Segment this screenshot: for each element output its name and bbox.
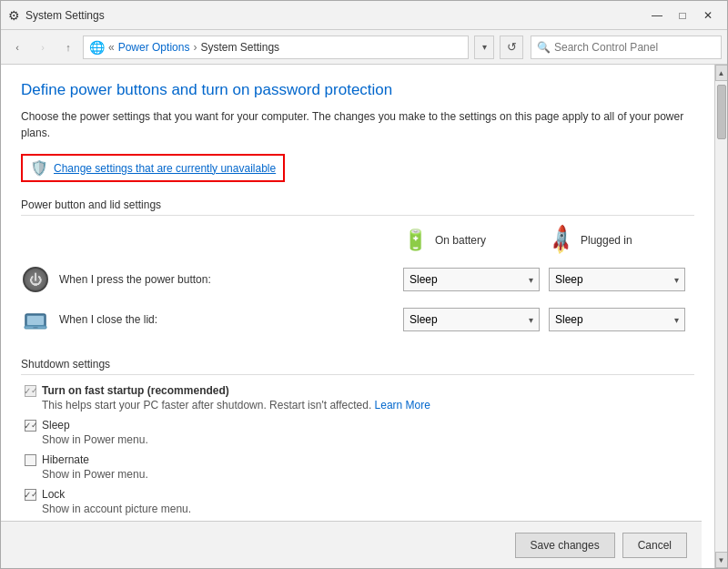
- power-plugged-dropdown-cell: Sleep ▾: [549, 268, 694, 291]
- address-bar: ‹ › ↑ 🌐 « Power Options › System Setting…: [1, 30, 727, 65]
- path-link-power-options[interactable]: Power Options: [118, 41, 190, 54]
- lid-battery-dropdown-cell: Sleep ▾: [403, 308, 549, 331]
- hibernate-label: Hibernate: [42, 453, 89, 466]
- lock-label: Lock: [42, 488, 65, 501]
- lid-battery-value: Sleep: [410, 313, 438, 326]
- svg-point-3: [33, 327, 38, 329]
- content-area: Define power buttons and turn on passwor…: [1, 65, 727, 568]
- lid-plugged-arrow-icon: ▾: [674, 315, 679, 325]
- power-battery-dropdown[interactable]: Sleep ▾: [403, 268, 540, 291]
- fast-startup-item: ✓ Turn on fast startup (recommended) Thi…: [21, 384, 694, 412]
- lid-label: When I close the lid:: [59, 313, 403, 326]
- window-icon: ⚙: [8, 8, 20, 23]
- title-bar: ⚙ System Settings — □ ✕: [1, 1, 727, 30]
- hibernate-item: Hibernate Show in Power menu.: [21, 453, 694, 481]
- sleep-item: ✓ Sleep Show in Power menu.: [21, 419, 694, 446]
- power-button-section-header: Power button and lid settings: [21, 198, 694, 216]
- close-button[interactable]: ✕: [696, 6, 720, 25]
- back-button[interactable]: ‹: [6, 36, 28, 58]
- sleep-checkbox[interactable]: ✓: [25, 420, 36, 432]
- page-title: Define power buttons and turn on passwor…: [21, 81, 694, 99]
- lid-battery-dropdown[interactable]: Sleep ▾: [403, 308, 540, 331]
- maximize-button[interactable]: □: [671, 6, 694, 25]
- battery-icon: 🔋: [403, 229, 428, 252]
- hibernate-sublabel: Show in Power menu.: [25, 468, 694, 481]
- lid-icon-wrap: [21, 305, 50, 334]
- power-battery-value: Sleep: [410, 273, 438, 286]
- refresh-button[interactable]: ↺: [500, 36, 523, 59]
- dropdown-arrow-plugged-icon: ▾: [674, 275, 679, 285]
- path-separator: ›: [193, 41, 197, 54]
- lock-row: ✓ Lock: [25, 488, 694, 501]
- title-bar-left: ⚙ System Settings: [8, 8, 105, 23]
- battery-label: On battery: [435, 234, 486, 247]
- address-dropdown-button[interactable]: ▾: [474, 36, 494, 59]
- search-icon: 🔍: [537, 41, 551, 54]
- fast-startup-sublabel: This helps start your PC faster after sh…: [25, 399, 694, 412]
- power-table: 🔋 On battery 🚀 Plugged in ⏻ When I press…: [21, 225, 694, 340]
- power-plugged-dropdown[interactable]: Sleep ▾: [549, 268, 685, 291]
- change-settings-link[interactable]: Change settings that are currently unava…: [54, 162, 276, 175]
- lock-item: ✓ Lock Show in account picture menu.: [21, 488, 694, 515]
- header-plugged: 🚀 Plugged in: [549, 229, 694, 252]
- lock-checkbox[interactable]: ✓: [25, 489, 36, 501]
- path-icon: 🌐: [89, 40, 105, 55]
- main-panel: Define power buttons and turn on passwor…: [1, 65, 714, 568]
- search-box: 🔍: [531, 36, 722, 59]
- change-settings-box: 🛡️ Change settings that are currently un…: [21, 154, 285, 182]
- fast-startup-row: ✓ Turn on fast startup (recommended): [25, 384, 694, 397]
- scroll-down-button[interactable]: ▼: [715, 552, 728, 568]
- lid-plugged-value: Sleep: [555, 313, 583, 326]
- address-path: 🌐 « Power Options › System Settings: [83, 36, 469, 59]
- cancel-button[interactable]: Cancel: [622, 533, 687, 558]
- scrollbar: ▲ ▼: [714, 65, 727, 568]
- fast-startup-checkbox[interactable]: ✓: [25, 385, 36, 397]
- lid-svg-icon: [23, 307, 48, 332]
- sleep-label: Sleep: [42, 419, 70, 432]
- sleep-sublabel: Show in Power menu.: [25, 433, 694, 446]
- sleep-row: ✓ Sleep: [25, 419, 694, 432]
- window-title: System Settings: [25, 9, 105, 22]
- rocket-icon: 🚀: [544, 223, 578, 257]
- lid-battery-arrow-icon: ▾: [529, 315, 533, 325]
- breadcrumb-sep: «: [108, 41, 115, 54]
- fast-startup-label: Turn on fast startup (recommended): [42, 384, 229, 397]
- forward-button[interactable]: ›: [32, 36, 54, 58]
- scroll-up-button[interactable]: ▲: [715, 65, 728, 81]
- minimize-button[interactable]: —: [645, 6, 669, 25]
- power-button-row: ⏻ When I press the power button: Sleep ▾…: [21, 259, 694, 300]
- scroll-thumb[interactable]: [717, 85, 726, 139]
- power-button-icon: ⏻: [21, 265, 50, 294]
- power-circle-icon: ⏻: [23, 267, 48, 292]
- path-current: System Settings: [200, 41, 279, 54]
- power-button-label: When I press the power button:: [59, 273, 403, 286]
- shield-icon: 🛡️: [30, 159, 48, 177]
- lid-icon: [23, 307, 48, 332]
- hibernate-row: Hibernate: [25, 453, 694, 466]
- power-battery-dropdown-cell: Sleep ▾: [403, 268, 549, 291]
- search-input[interactable]: [554, 41, 715, 54]
- footer: Save changes Cancel: [1, 521, 702, 568]
- plugged-label: Plugged in: [581, 234, 632, 247]
- learn-more-link[interactable]: Learn More: [375, 399, 430, 412]
- system-settings-window: ⚙ System Settings — □ ✕ ‹ › ↑ 🌐 « Power …: [0, 0, 728, 569]
- power-plugged-value: Sleep: [555, 273, 583, 286]
- shutdown-section-header: Shutdown settings: [21, 358, 694, 375]
- window-controls: — □ ✕: [645, 6, 720, 25]
- lid-plugged-dropdown[interactable]: Sleep ▾: [549, 308, 685, 331]
- power-table-header: 🔋 On battery 🚀 Plugged in: [21, 225, 694, 259]
- svg-rect-1: [27, 316, 44, 325]
- fast-startup-sublabel-text: This helps start your PC faster after sh…: [42, 399, 371, 412]
- save-changes-button[interactable]: Save changes: [515, 533, 615, 558]
- page-description: Choose the power settings that you want …: [21, 108, 694, 141]
- lid-row: When I close the lid: Sleep ▾ Sleep ▾: [21, 300, 694, 340]
- hibernate-checkbox[interactable]: [25, 454, 36, 466]
- lock-sublabel: Show in account picture menu.: [25, 503, 694, 515]
- header-battery: 🔋 On battery: [403, 229, 549, 252]
- up-button[interactable]: ↑: [57, 36, 79, 58]
- dropdown-arrow-icon: ▾: [529, 275, 533, 285]
- lid-plugged-dropdown-cell: Sleep ▾: [549, 308, 694, 331]
